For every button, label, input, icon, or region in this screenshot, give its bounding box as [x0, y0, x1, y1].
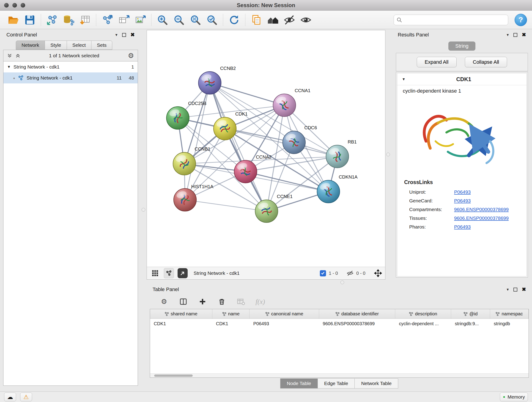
tab-network[interactable]: Network	[16, 41, 45, 50]
group-nodes-button[interactable]	[265, 12, 281, 27]
node-CCNA2[interactable]	[234, 160, 257, 183]
zoom-out-button[interactable]	[171, 12, 187, 27]
column-header-5[interactable]: @id	[451, 309, 490, 319]
table-cell[interactable]: stringdb	[490, 319, 529, 328]
network-graph[interactable]: CCNB2CCNA1CDC25BCDK1CDC6RB1CCNB1CCNA2CDK…	[147, 30, 385, 267]
birds-eye-view-button[interactable]	[150, 268, 160, 278]
panel-float-icon[interactable]	[513, 288, 517, 292]
table-cell[interactable]: 9606.ENSP00000378699	[319, 319, 395, 328]
memory-button[interactable]: ● Memory	[500, 393, 528, 401]
edge-CDK1-RB1[interactable]	[225, 128, 337, 157]
help-button[interactable]: ?	[515, 14, 527, 26]
panel-menu-icon[interactable]: ▾	[507, 287, 509, 292]
column-header-3[interactable]: database identifier	[319, 309, 395, 319]
table-horizontal-scrollbar[interactable]	[150, 373, 529, 377]
node-CCNE1[interactable]	[255, 200, 278, 223]
column-header-2[interactable]: canonical name	[249, 309, 319, 319]
panel-close-icon[interactable]: ✖	[522, 287, 526, 292]
export-network-button[interactable]	[99, 12, 115, 27]
collapse-all-icon[interactable]	[7, 53, 12, 58]
edge-CCNE1-HIST1H1A[interactable]	[185, 200, 267, 211]
crosslink-link[interactable]: P06493	[454, 189, 471, 195]
select-columns-button[interactable]	[178, 297, 188, 307]
tab-node-table[interactable]: Node Table	[280, 378, 318, 389]
hide-selected-button[interactable]	[281, 12, 298, 27]
window-minimize-button[interactable]	[12, 3, 17, 7]
import-database-button[interactable]	[60, 12, 77, 27]
cloud-status-button[interactable]: ☁	[4, 393, 16, 401]
network-row[interactable]: ● String Network - cdk1 11 48	[3, 72, 138, 83]
crosslink-link[interactable]: P06493	[454, 224, 471, 230]
column-header-1[interactable]: name	[212, 309, 250, 319]
panel-close-icon[interactable]: ✖	[522, 32, 526, 37]
zoom-selected-button[interactable]	[204, 12, 220, 27]
save-session-button[interactable]	[22, 12, 38, 27]
network-collection-row[interactable]: ▼ String Network - cdk1 1	[3, 61, 138, 72]
column-header-6[interactable]: namespac	[490, 309, 529, 319]
clone-network-button[interactable]	[248, 12, 265, 27]
table-cell[interactable]: CDK1	[150, 319, 212, 328]
panel-close-icon[interactable]: ✖	[131, 32, 135, 37]
node-RB1[interactable]	[326, 145, 349, 168]
tab-network-table[interactable]: Network Table	[355, 378, 398, 389]
zoom-in-button[interactable]	[154, 12, 171, 27]
add-column-button[interactable]	[197, 297, 208, 307]
apply-layout-button[interactable]	[226, 12, 242, 27]
scrollbar-thumb[interactable]	[154, 375, 193, 377]
open-session-button[interactable]	[5, 12, 22, 27]
left-splitter-handle[interactable]	[142, 208, 145, 211]
edge-CCNB1-CCNB2[interactable]	[184, 83, 210, 164]
node-CCNB2[interactable]	[198, 71, 221, 94]
window-zoom-button[interactable]	[21, 3, 25, 7]
detach-view-button[interactable]	[177, 268, 188, 278]
node-CCNB1[interactable]	[173, 153, 196, 175]
delete-column-button[interactable]	[217, 297, 227, 307]
expand-all-button[interactable]: Expand All	[417, 57, 457, 67]
search-box[interactable]	[394, 15, 508, 25]
pan-move-icon[interactable]	[374, 269, 382, 277]
table-cell[interactable]: stringdb:9...	[451, 319, 490, 328]
export-table-button[interactable]	[115, 12, 132, 27]
edge-CCNB2-HIST1H1A[interactable]	[185, 83, 210, 200]
gene-header-row[interactable]: ▼ CDK1	[397, 73, 526, 85]
import-table-button[interactable]	[77, 12, 93, 27]
table-cell[interactable]: CDK1	[212, 319, 250, 328]
tab-string[interactable]: String	[448, 41, 475, 51]
selected-checkbox-icon[interactable]	[320, 270, 326, 276]
node-CDC25B[interactable]	[167, 107, 189, 129]
tab-select[interactable]: Select	[67, 41, 91, 50]
crosslink-link[interactable]: 9606.ENSP00000378699	[454, 207, 509, 212]
disclosure-triangle-icon[interactable]: ▼	[7, 65, 11, 69]
tab-edge-table[interactable]: Edge Table	[317, 378, 355, 389]
panel-menu-icon[interactable]: ▾	[507, 32, 509, 37]
search-input[interactable]	[404, 17, 505, 22]
edge-CCNA2-CDKN1A[interactable]	[246, 172, 329, 191]
tab-sets[interactable]: Sets	[91, 41, 112, 50]
gear-icon[interactable]: ⚙	[128, 52, 134, 59]
node-CCNA1[interactable]	[273, 94, 296, 117]
network-overview-button[interactable]	[164, 268, 174, 278]
panel-float-icon[interactable]	[513, 33, 517, 37]
warnings-button[interactable]: ⚠	[20, 393, 32, 401]
horizontal-splitter-handle[interactable]	[341, 281, 344, 284]
panel-menu-icon[interactable]: ▾	[115, 32, 118, 37]
table-cell[interactable]: P06493	[250, 319, 319, 328]
node-CDC6[interactable]	[283, 131, 305, 154]
crosslink-link[interactable]: P06493	[454, 198, 471, 204]
zoom-fit-button[interactable]	[187, 12, 204, 27]
table-row[interactable]: CDK1CDK1P064939606.ENSP00000378699cyclin…	[150, 319, 529, 328]
panel-float-icon[interactable]	[122, 33, 126, 37]
network-canvas[interactable]: CCNB2CCNA1CDC25BCDK1CDC6RB1CCNB1CCNA2CDK…	[147, 30, 385, 267]
vertical-splitter-handle[interactable]	[386, 153, 390, 156]
collapse-all-button[interactable]: Collapse All	[465, 57, 507, 67]
tab-style[interactable]: Style	[45, 41, 67, 50]
show-all-button[interactable]	[298, 12, 314, 27]
edge-CCNB2-CCNA1[interactable]	[210, 83, 285, 105]
disclosure-triangle-icon[interactable]: ▼	[402, 77, 405, 81]
crosslink-link[interactable]: 9606.ENSP00000378699	[454, 216, 509, 221]
node-CDK1[interactable]	[214, 117, 236, 140]
function-builder-button[interactable]: f(x)	[255, 297, 265, 307]
import-network-button[interactable]	[44, 12, 60, 27]
table-settings-button[interactable]: ⚙	[159, 297, 169, 307]
node-HIST1H1A[interactable]	[174, 188, 196, 211]
